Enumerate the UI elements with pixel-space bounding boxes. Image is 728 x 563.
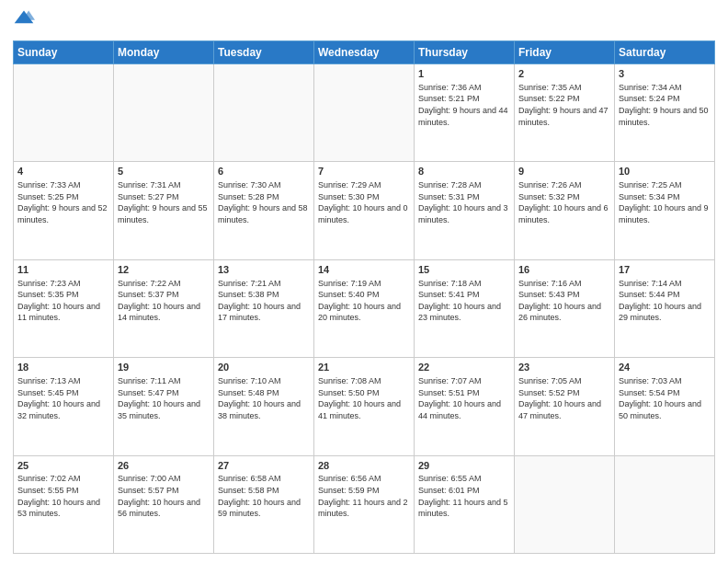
calendar-cell: 24Sunrise: 7:03 AM Sunset: 5:54 PM Dayli… [615,358,715,455]
calendar-cell: 18Sunrise: 7:13 AM Sunset: 5:45 PM Dayli… [14,358,114,455]
day-info: Sunrise: 7:28 AM Sunset: 5:31 PM Dayligh… [418,179,510,225]
day-info: Sunrise: 7:34 AM Sunset: 5:24 PM Dayligh… [619,82,711,128]
calendar-cell: 8Sunrise: 7:28 AM Sunset: 5:31 PM Daylig… [415,162,515,259]
day-info: Sunrise: 7:23 AM Sunset: 5:35 PM Dayligh… [17,278,109,324]
day-number: 28 [318,459,410,473]
day-info: Sunrise: 7:14 AM Sunset: 5:44 PM Dayligh… [619,278,711,324]
calendar-cell: 26Sunrise: 7:00 AM Sunset: 5:57 PM Dayli… [114,455,214,553]
calendar-cell: 14Sunrise: 7:19 AM Sunset: 5:40 PM Dayli… [314,259,415,357]
day-info: Sunrise: 7:31 AM Sunset: 5:27 PM Dayligh… [118,179,210,225]
calendar-cell: 13Sunrise: 7:21 AM Sunset: 5:38 PM Dayli… [214,259,314,357]
day-number: 22 [418,361,510,374]
day-number: 2 [518,67,610,81]
day-header-saturday: Saturday [615,41,715,64]
calendar-cell: 23Sunrise: 7:05 AM Sunset: 5:52 PM Dayli… [515,358,615,455]
day-header-friday: Friday [515,41,615,64]
calendar-cell: 2Sunrise: 7:35 AM Sunset: 5:22 PM Daylig… [515,64,615,162]
calendar-cell: 20Sunrise: 7:10 AM Sunset: 5:48 PM Dayli… [214,358,314,455]
calendar-cell [214,64,314,162]
day-number: 27 [218,459,310,473]
day-info: Sunrise: 6:55 AM Sunset: 6:01 PM Dayligh… [418,473,510,519]
calendar-cell [615,455,715,553]
day-number: 25 [17,459,109,473]
calendar-cell: 16Sunrise: 7:16 AM Sunset: 5:43 PM Dayli… [515,259,615,357]
calendar-cell: 28Sunrise: 6:56 AM Sunset: 5:59 PM Dayli… [314,455,415,553]
calendar-cell: 3Sunrise: 7:34 AM Sunset: 5:24 PM Daylig… [615,64,715,162]
day-info: Sunrise: 7:19 AM Sunset: 5:40 PM Dayligh… [318,278,410,324]
day-number: 13 [218,263,310,277]
day-info: Sunrise: 7:33 AM Sunset: 5:25 PM Dayligh… [17,179,109,225]
calendar-cell: 12Sunrise: 7:22 AM Sunset: 5:37 PM Dayli… [114,259,214,357]
calendar-cell: 29Sunrise: 6:55 AM Sunset: 6:01 PM Dayli… [415,455,515,553]
calendar-table: SundayMondayTuesdayWednesdayThursdayFrid… [13,40,715,554]
day-number: 19 [118,361,210,374]
day-info: Sunrise: 7:08 AM Sunset: 5:50 PM Dayligh… [318,375,410,421]
calendar-cell [314,64,415,162]
day-number: 7 [318,165,410,178]
day-header-sunday: Sunday [14,41,114,64]
calendar-cell: 10Sunrise: 7:25 AM Sunset: 5:34 PM Dayli… [615,162,715,259]
day-info: Sunrise: 7:11 AM Sunset: 5:47 PM Dayligh… [118,375,210,421]
day-info: Sunrise: 7:18 AM Sunset: 5:41 PM Dayligh… [418,278,510,324]
day-info: Sunrise: 7:22 AM Sunset: 5:37 PM Dayligh… [118,278,210,324]
day-number: 3 [619,67,711,81]
calendar-cell: 19Sunrise: 7:11 AM Sunset: 5:47 PM Dayli… [114,358,214,455]
day-number: 26 [118,459,210,473]
calendar-cell: 27Sunrise: 6:58 AM Sunset: 5:58 PM Dayli… [214,455,314,553]
day-info: Sunrise: 6:58 AM Sunset: 5:58 PM Dayligh… [218,473,310,519]
day-info: Sunrise: 7:16 AM Sunset: 5:43 PM Dayligh… [518,278,610,324]
day-number: 24 [619,361,711,374]
day-number: 29 [418,459,510,473]
day-info: Sunrise: 7:29 AM Sunset: 5:30 PM Dayligh… [318,179,410,225]
day-number: 16 [518,263,610,277]
logo [13,11,37,33]
day-info: Sunrise: 7:25 AM Sunset: 5:34 PM Dayligh… [619,179,711,225]
day-header-wednesday: Wednesday [314,41,415,64]
day-info: Sunrise: 7:21 AM Sunset: 5:38 PM Dayligh… [218,278,310,324]
calendar-cell: 7Sunrise: 7:29 AM Sunset: 5:30 PM Daylig… [314,162,415,259]
day-number: 21 [318,361,410,374]
day-info: Sunrise: 7:36 AM Sunset: 5:21 PM Dayligh… [418,82,510,128]
day-number: 1 [418,67,510,81]
day-info: Sunrise: 7:07 AM Sunset: 5:51 PM Dayligh… [418,375,510,421]
day-number: 8 [418,165,510,178]
day-info: Sunrise: 7:13 AM Sunset: 5:45 PM Dayligh… [17,375,109,421]
calendar-cell: 15Sunrise: 7:18 AM Sunset: 5:41 PM Dayli… [415,259,515,357]
day-info: Sunrise: 7:03 AM Sunset: 5:54 PM Dayligh… [619,375,711,421]
week-row-4: 18Sunrise: 7:13 AM Sunset: 5:45 PM Dayli… [14,358,715,455]
week-row-5: 25Sunrise: 7:02 AM Sunset: 5:55 PM Dayli… [14,455,715,553]
calendar-cell: 5Sunrise: 7:31 AM Sunset: 5:27 PM Daylig… [114,162,214,259]
day-info: Sunrise: 7:10 AM Sunset: 5:48 PM Dayligh… [218,375,310,421]
week-row-1: 1Sunrise: 7:36 AM Sunset: 5:21 PM Daylig… [14,64,715,162]
day-number: 20 [218,361,310,374]
day-number: 10 [619,165,711,178]
day-info: Sunrise: 7:35 AM Sunset: 5:22 PM Dayligh… [518,82,610,128]
day-number: 12 [118,263,210,277]
day-header-thursday: Thursday [415,41,515,64]
calendar-cell: 4Sunrise: 7:33 AM Sunset: 5:25 PM Daylig… [14,162,114,259]
day-header-tuesday: Tuesday [214,41,314,64]
day-info: Sunrise: 7:26 AM Sunset: 5:32 PM Dayligh… [518,179,610,225]
calendar-cell: 21Sunrise: 7:08 AM Sunset: 5:50 PM Dayli… [314,358,415,455]
week-row-2: 4Sunrise: 7:33 AM Sunset: 5:25 PM Daylig… [14,162,715,259]
day-number: 11 [17,263,109,277]
week-row-3: 11Sunrise: 7:23 AM Sunset: 5:35 PM Dayli… [14,259,715,357]
day-info: Sunrise: 7:00 AM Sunset: 5:57 PM Dayligh… [118,473,210,519]
calendar-cell: 1Sunrise: 7:36 AM Sunset: 5:21 PM Daylig… [415,64,515,162]
calendar-cell [114,64,214,162]
day-info: Sunrise: 7:05 AM Sunset: 5:52 PM Dayligh… [518,375,610,421]
calendar-cell: 11Sunrise: 7:23 AM Sunset: 5:35 PM Dayli… [14,259,114,357]
day-number: 5 [118,165,210,178]
day-header-monday: Monday [114,41,214,64]
header-row: SundayMondayTuesdayWednesdayThursdayFrid… [14,41,715,64]
day-info: Sunrise: 7:02 AM Sunset: 5:55 PM Dayligh… [17,473,109,519]
calendar-cell: 6Sunrise: 7:30 AM Sunset: 5:28 PM Daylig… [214,162,314,259]
day-number: 14 [318,263,410,277]
day-number: 15 [418,263,510,277]
day-number: 6 [218,165,310,178]
day-number: 23 [518,361,610,374]
calendar-cell: 17Sunrise: 7:14 AM Sunset: 5:44 PM Dayli… [615,259,715,357]
day-info: Sunrise: 6:56 AM Sunset: 5:59 PM Dayligh… [318,473,410,519]
page: SundayMondayTuesdayWednesdayThursdayFrid… [0,0,728,563]
calendar-cell [515,455,615,553]
